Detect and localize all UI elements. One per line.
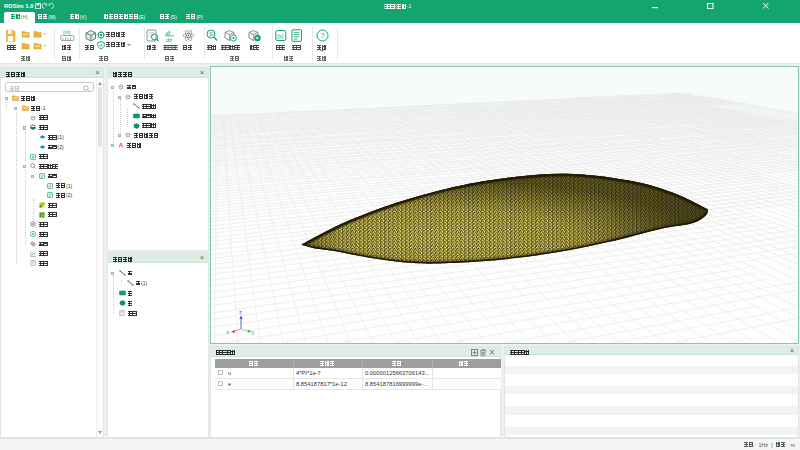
svg-text:dp: dp <box>166 37 172 43</box>
svg-text:S: S <box>209 31 213 37</box>
svg-text:z: z <box>239 309 242 315</box>
svg-text:df: df <box>166 30 172 36</box>
svg-text:(m): (m) <box>63 29 71 35</box>
svg-text:[x]: [x] <box>277 33 284 39</box>
svg-text:x: x <box>226 329 229 335</box>
svg-text:?: ? <box>320 31 324 40</box>
svg-text:y: y <box>251 329 254 335</box>
